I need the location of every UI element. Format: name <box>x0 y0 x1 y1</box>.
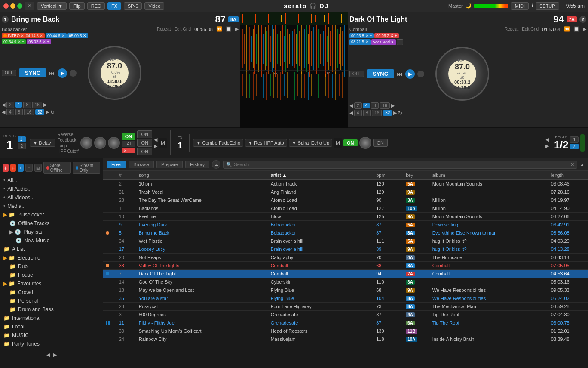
prev-track-right[interactable]: ⏮ <box>397 71 403 77</box>
fx-combo1[interactable]: ▼ Combo FadeEcho <box>193 139 243 147</box>
off-button-right[interactable]: OFF <box>349 71 364 77</box>
sidebar-item-personal[interactable]: 📁 Personal <box>0 297 103 305</box>
sidebar-item-new-music[interactable]: 💿 New Music <box>0 236 103 245</box>
layout-dropdown[interactable]: Vertical ▼ <box>37 2 67 10</box>
browse-tab[interactable]: Browse <box>129 161 154 168</box>
table-row[interactable]: 20Not HeapsCaligraphy704AThe Hurricane03… <box>103 254 588 262</box>
col-length[interactable]: length <box>548 171 588 180</box>
cue-5[interactable]: 03:02.5 ✕ + <box>27 39 51 44</box>
play-button-right[interactable]: ▶ <box>405 69 415 79</box>
deck-left-arrow[interactable]: ▶ <box>235 26 239 32</box>
fx-combo2[interactable]: ▼ Res HPF Auto <box>245 139 287 147</box>
gain-slider-right[interactable] <box>580 134 585 152</box>
beat3-4[interactable]: 4 <box>354 110 362 116</box>
search-input[interactable] <box>234 162 569 167</box>
beat-2-left[interactable]: 2 <box>6 102 14 108</box>
beat-8-left[interactable]: 8 <box>23 102 31 108</box>
right-arr-dn[interactable]: ▶ <box>545 143 549 149</box>
grid-view-button[interactable]: ⊞ <box>34 164 42 172</box>
fx2-btn[interactable]: 2 <box>18 143 26 149</box>
left-arr-up[interactable]: ◀ <box>154 137 157 142</box>
on-btn-right[interactable]: ON <box>343 139 358 146</box>
midi-button[interactable]: MIDI <box>511 2 529 10</box>
beat3-32[interactable]: 32 <box>383 110 392 116</box>
table-row[interactable]: 34Wet PlasticBrain over a hill1115Ahug I… <box>103 237 588 245</box>
table-row[interactable]: 28The Day The Great WarCameAtomic Load90… <box>103 196 588 204</box>
deck-right-icon2[interactable]: 🔲 <box>573 26 579 32</box>
table-row[interactable]: 210 pmAction Track1205AMoon Mountain Sou… <box>103 180 588 188</box>
close-button[interactable] <box>3 3 9 9</box>
cue-4[interactable]: 02:34.9 ✕ + <box>2 39 26 44</box>
files-tab[interactable]: Files <box>107 161 126 168</box>
fx-combo3[interactable]: ▼ Spiral Echo Up <box>289 139 332 147</box>
sync-button-right[interactable]: SYNC <box>367 69 394 78</box>
prev-arrow-right[interactable]: ◀ <box>349 103 353 108</box>
col-artist[interactable]: artist ▲ <box>268 171 374 180</box>
prev-arrow2-left[interactable]: ◀ <box>2 109 5 115</box>
off-button-left[interactable]: OFF <box>2 70 16 76</box>
table-row[interactable]: 11Filthy - Filthy JoeGrenadesafe876ATip … <box>103 319 588 327</box>
m-btn-right[interactable]: M <box>334 138 342 148</box>
fx1-btn[interactable]: 1 <box>18 136 26 142</box>
table-row[interactable]: 14God Of The SkyCyberskin1103A05:03.16 <box>103 278 588 286</box>
sidebar-item-media[interactable]: • Media... <box>0 202 103 210</box>
beat-8-right[interactable]: 8 <box>371 102 379 109</box>
beat2-4[interactable]: 4 <box>6 109 14 115</box>
loop-btn-left[interactable] <box>70 70 77 77</box>
loop-icon-right[interactable]: ↻ <box>398 110 402 116</box>
beat3-8[interactable]: 8 <box>363 110 371 116</box>
col-number[interactable]: # <box>116 171 136 180</box>
stream-only-button[interactable]: Stream Only <box>73 162 100 174</box>
sidebar-item-favourites[interactable]: ▶ 📁 Favourites <box>0 279 103 288</box>
table-row[interactable]: 31Trash VocalAng Finland1299A07:28.16 <box>103 188 588 196</box>
platter-right[interactable]: REL 87.0 -7.5% ±8 00:33.2 04:19.8 <box>435 47 489 101</box>
on-btn-left[interactable]: ON <box>122 133 136 140</box>
cue-intro[interactable]: INTRO ✕ 04:14.3 ✕ <box>2 33 45 38</box>
scroll-up-icon[interactable]: ▲ <box>580 162 585 167</box>
table-row[interactable]: 30Smashing Up Mom's Golf cartHead of Roo… <box>103 327 588 335</box>
sync-button-left[interactable]: SYNC <box>19 68 46 77</box>
on-btn-left3[interactable]: ON <box>137 139 152 147</box>
sidebar-item-music[interactable]: 📁 MUSIC <box>0 331 103 340</box>
beat3-16[interactable]: 16 <box>372 110 382 116</box>
col-song[interactable]: song <box>136 171 268 180</box>
sidebar-item-pulselocker[interactable]: ▶ 📁 Pulselocker <box>0 210 103 219</box>
sidebar-left-arr[interactable]: ◀ <box>46 352 50 358</box>
table-row[interactable]: 24Rainbow CityMassivejam11810AInside A N… <box>103 335 588 343</box>
setup-button[interactable]: SETUP <box>536 2 559 10</box>
beat2-8[interactable]: 8 <box>15 109 23 115</box>
cue-2[interactable]: 00:44.6 ✕ <box>46 33 67 38</box>
next-arrow-left[interactable]: ▶ <box>43 102 47 108</box>
col-bpm[interactable]: bpm <box>374 171 403 180</box>
table-row[interactable]: 3500 DegreesGrenadesafe874ATip The Roof0… <box>103 311 588 319</box>
beat-16-left[interactable]: 16 <box>32 102 42 108</box>
sidebar-item-party-tunes[interactable]: 📁 Party Tunes <box>0 340 103 348</box>
tap-btn-left[interactable]: TAP <box>122 141 136 147</box>
table-row[interactable]: 17Loosey LucyBrain over a hill899Ahug It… <box>103 245 588 254</box>
table-row[interactable]: 33Valley Of The lightsComball688AComball… <box>103 262 588 270</box>
sidebar-item-local[interactable]: 📁 Local <box>0 322 103 331</box>
on-btn-left4[interactable]: ON <box>137 148 152 155</box>
sidebar-item-playlists[interactable]: ▶ 💿 Playlists <box>0 228 103 236</box>
prev-arrow-left[interactable]: ◀ <box>2 102 5 108</box>
play-button-left[interactable]: ▶ <box>58 68 67 78</box>
sidebar-item-drum-and-bass[interactable]: 📁 Drum and Bass <box>0 305 103 314</box>
right-arr-up[interactable]: ◀ <box>545 137 549 142</box>
loop-icon-left[interactable]: ↻ <box>50 109 55 115</box>
minimize-button[interactable] <box>10 3 15 9</box>
fx-button[interactable]: FX <box>107 2 121 10</box>
loop-btn-right[interactable] <box>417 71 424 77</box>
add-folder-button[interactable]: + <box>18 164 24 172</box>
sidebar-item-dub[interactable]: 📁 Dub <box>0 262 103 271</box>
flip-button[interactable]: Flip <box>69 2 85 10</box>
table-row[interactable]: 5Bring me BackBobabacker878AEverything E… <box>103 229 588 237</box>
cue-r-add[interactable]: + <box>397 39 403 45</box>
rec-button[interactable]: REC <box>87 2 105 10</box>
fx2-btn-r[interactable]: 2 <box>570 144 579 149</box>
table-row[interactable]: 35You are a starFlying Blue1048AWe Have … <box>103 294 588 303</box>
deck-right-arrow[interactable]: ▶ <box>583 26 586 32</box>
clear-search-icon[interactable]: ✕ <box>570 162 574 167</box>
edit-grid-label[interactable]: Edit Grid <box>174 27 191 31</box>
next-arrow3-right[interactable]: ▶ <box>393 110 397 116</box>
history-tab[interactable]: History <box>185 161 209 168</box>
